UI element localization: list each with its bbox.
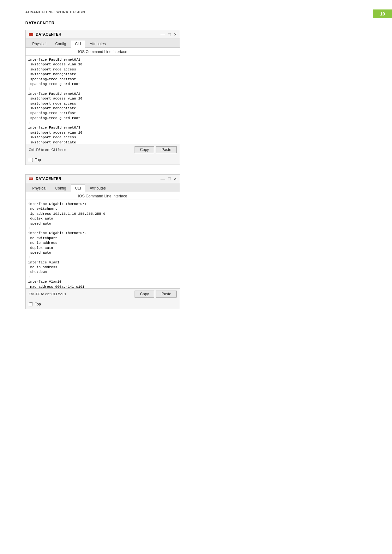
win2-tab-cli[interactable]: CLI [71,184,85,192]
svg-rect-1 [29,34,30,34]
win2-bottom: Ctrl+F6 to exit CLI focus Copy Paste [26,288,180,299]
svg-rect-4 [29,178,33,180]
win2-tab-config[interactable]: Config [51,184,70,192]
section-label: DATACENTER [0,14,392,30]
win1-titlebar: DATACENTER — □ × [26,30,180,39]
win2-minimize-button[interactable]: — [160,177,165,181]
win1-tab-cli[interactable]: CLI [71,40,85,48]
win1-tabs: Physical Config CLI Attributes [26,39,180,48]
page-header: ADVANCED NETWORK DESIGN [0,0,392,14]
win2-title-left: DATACENTER [29,177,61,181]
win1-cli-area[interactable]: interface FastEthernet0/1 switchport acc… [26,56,180,144]
window-1: DATACENTER — □ × Physical Config CLI Att… [25,30,180,165]
page-title: ADVANCED NETWORK DESIGN [25,10,85,14]
win2-top-checkbox[interactable] [29,302,33,306]
win2-copy-button[interactable]: Copy [135,291,154,298]
page-number: 10 [373,9,392,18]
svg-rect-6 [30,178,31,178]
win2-top-label: Top [35,302,41,306]
win2-titlebar: DATACENTER — □ × [26,175,180,183]
win1-close-button[interactable]: × [174,32,177,37]
window-2: DATACENTER — □ × Physical Config CLI Att… [25,174,180,309]
win2-tab-attributes[interactable]: Attributes [86,184,110,192]
svg-rect-7 [31,178,32,178]
win1-tab-attributes[interactable]: Attributes [86,40,110,47]
win2-close-button[interactable]: × [174,177,177,181]
win1-tab-physical[interactable]: Physical [28,40,51,47]
win2-paste-button[interactable]: Paste [156,291,177,298]
win2-top-row: Top [26,299,180,309]
win2-controls: — □ × [160,177,177,181]
svg-rect-5 [29,178,30,178]
windows-area: DATACENTER — □ × Physical Config CLI Att… [0,30,392,309]
win1-controls: — □ × [160,32,177,37]
win1-cli-heading: IOS Command Line Interface [26,48,180,56]
win1-paste-button[interactable]: Paste [156,146,177,153]
svg-rect-2 [30,34,31,34]
win1-maximize-button[interactable]: □ [168,32,171,37]
win2-maximize-button[interactable]: □ [168,177,171,181]
switch-icon-2 [29,177,33,181]
win1-title-left: DATACENTER [29,32,61,37]
win1-top-label: Top [35,158,41,162]
switch-icon [29,32,33,37]
win2-title: DATACENTER [36,177,61,181]
win2-tab-physical[interactable]: Physical [28,184,51,192]
svg-rect-0 [29,33,33,36]
win1-top-checkbox[interactable] [29,158,33,162]
win1-bottom: Ctrl+F6 to exit CLI focus Copy Paste [26,144,180,155]
svg-rect-3 [31,34,32,34]
win2-tabs: Physical Config CLI Attributes [26,183,180,192]
win2-cli-area[interactable]: interface GigabitEthernet0/1 no switchpo… [26,200,180,288]
win1-top-row: Top [26,155,180,165]
win2-cli-heading: IOS Command Line Interface [26,192,180,200]
win1-tab-config[interactable]: Config [51,40,70,47]
win2-exit-hint: Ctrl+F6 to exit CLI focus [29,292,66,296]
win1-copy-button[interactable]: Copy [135,146,154,153]
win2-btn-group: Copy Paste [135,291,177,298]
win1-exit-hint: Ctrl+F6 to exit CLI focus [29,148,66,152]
win1-btn-group: Copy Paste [135,146,177,153]
win1-minimize-button[interactable]: — [160,32,165,37]
win1-title: DATACENTER [36,32,61,37]
